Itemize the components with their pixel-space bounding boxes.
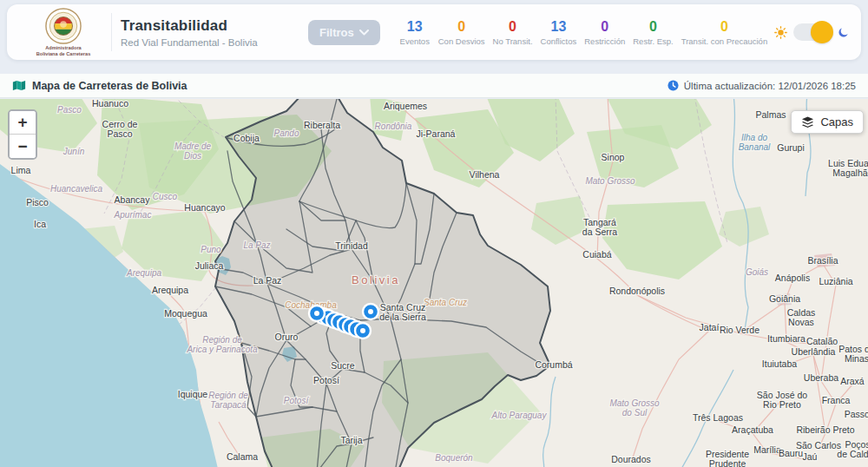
map-canvas[interactable]: PascoJunínHuancavelicaCuscoApurímacArequ… — [0, 99, 868, 467]
stat-label: Con Desvios — [438, 36, 485, 46]
zoom-out-button[interactable]: − — [10, 135, 36, 158]
map-label: Ilha doBananal — [739, 133, 771, 152]
map-label: Passos — [845, 409, 868, 419]
layers-icon — [801, 116, 814, 128]
map-label: Ica — [34, 219, 46, 229]
map-label: Huancavelica — [50, 184, 102, 194]
map-label: Puno — [201, 245, 221, 254]
map-label: Anápolis — [775, 273, 810, 283]
map-label: Três Lagoas — [693, 412, 743, 423]
map-label: Ituiutaba — [762, 358, 797, 369]
map-label: Brasília — [807, 255, 838, 266]
filters-button[interactable]: Filtros — [308, 20, 380, 45]
map-label: Calama — [227, 451, 258, 462]
map-label: Sucre — [331, 360, 355, 371]
clock-icon — [667, 80, 679, 91]
map-label: Araçatuba — [732, 424, 773, 435]
map-label: Potosí — [284, 396, 310, 405]
stat-label: Transit. con Precaución — [681, 36, 767, 46]
map-label: Ji-Paraná — [417, 128, 456, 139]
map-label: Luis EduardoMagalhães — [828, 158, 868, 178]
map-label: Bolivia — [352, 273, 400, 286]
abc-logo — [45, 8, 82, 44]
map-label: Uberlândia — [792, 346, 836, 357]
stat-item: 0Restr. Esp. — [633, 19, 673, 46]
map-label: Arequipa — [152, 285, 188, 295]
stat-item: 13Eventos — [399, 19, 431, 46]
map-label: Rondonópolis — [609, 286, 665, 296]
map-label: Cuiabá — [582, 249, 611, 260]
map-svg[interactable]: PascoJunínHuancavelicaCuscoApurímacArequ… — [0, 99, 868, 467]
map-label: Lima — [11, 165, 31, 175]
moon-icon — [838, 27, 849, 38]
stat-label: Conflictos — [541, 36, 577, 46]
layers-label: Capas — [820, 115, 853, 128]
map-label: La Paz — [243, 240, 270, 250]
map-label: Palmas — [755, 109, 786, 120]
stat-value: 13 — [541, 19, 577, 35]
last-update-text: Última actualización: 12/01/2026 18:25 — [684, 81, 856, 91]
stat-value: 0 — [584, 19, 625, 35]
page-title: Transitabilidad — [121, 17, 284, 35]
map-label: Trinidad — [335, 240, 368, 251]
theme-toggle[interactable] — [793, 23, 832, 41]
map-label: Corumbá — [535, 359, 572, 370]
stat-item: 13Conflictos — [541, 19, 577, 46]
map-label: Cerro dePasco — [102, 119, 138, 139]
map-label: Goiânia — [769, 293, 800, 304]
map-label: São José doRio Preto — [757, 390, 808, 410]
stat-label: No Transit. — [493, 36, 533, 46]
map-label: Pasco — [57, 105, 82, 115]
map-label: Santa Cruzde la Sierra — [379, 302, 426, 322]
map-label: Cobija — [233, 133, 260, 143]
map-label: Riberalta — [304, 120, 340, 130]
map-label: Jaú — [803, 451, 818, 462]
stat-label: Restricción — [584, 36, 625, 46]
map-label: Región deTarapacá — [208, 391, 248, 410]
stat-item: 0Transit. con Precaución — [681, 19, 767, 46]
map-label: Pando — [274, 128, 299, 138]
map-label: Catalão — [806, 336, 838, 346]
map-label: Oruro — [275, 332, 299, 342]
map-label: Bauru — [779, 448, 803, 458]
map-label: Moquegua — [164, 308, 207, 319]
event-marker[interactable] — [309, 306, 325, 321]
divider — [111, 13, 112, 51]
map-label: Cusco — [153, 192, 178, 201]
event-marker[interactable] — [355, 323, 371, 339]
filters-label: Filtros — [319, 26, 354, 39]
stat-value: 0 — [438, 19, 485, 35]
page-subtitle: Red Vial Fundamental - Bolivia — [121, 37, 284, 48]
chevron-down-icon — [359, 30, 369, 36]
map-label: Boquerón — [435, 453, 473, 463]
map-label: CaldasNovas — [787, 307, 816, 327]
event-marker[interactable] — [363, 304, 378, 319]
map-label: Santa Cruz — [424, 298, 467, 307]
theme-toggle-knob[interactable] — [811, 21, 833, 43]
map-label: Ariquemes — [384, 101, 427, 111]
zoom-in-button[interactable]: + — [10, 111, 36, 135]
stat-value: 13 — [399, 19, 431, 35]
map-label: Gurupi — [777, 142, 805, 153]
map-label: Rio Verde — [720, 325, 760, 335]
stat-label: Restr. Esp. — [633, 36, 673, 46]
layers-button[interactable]: Capas — [791, 110, 864, 134]
map-label: Huancayo — [184, 202, 225, 213]
abc-logo-block: Administradora Boliviana de Carreteras — [17, 8, 109, 56]
last-update: Última actualización: 12/01/2026 18:25 — [667, 80, 856, 91]
theme-cluster — [774, 23, 851, 41]
map-label: Alto Paraguay — [491, 411, 548, 420]
map-label: Vilhena — [470, 169, 500, 180]
map-label: Arequipa — [126, 268, 161, 278]
zoom-control: + − — [8, 109, 37, 160]
map-label: Pisco — [26, 197, 49, 207]
map-label: Dourados — [611, 454, 651, 464]
stats-row: 13Eventos0Con Desvios0No Transit.13Confl… — [399, 19, 767, 46]
map-title: Mapa de Carreteras de Bolivia — [32, 80, 187, 92]
stat-value: 0 — [633, 19, 673, 35]
subheader-bar: Mapa de Carreteras de Bolivia Última act… — [0, 74, 868, 98]
map-label: Iquique — [178, 389, 208, 399]
map-label: Abancay — [115, 194, 151, 205]
map-label: Apurímac — [114, 210, 152, 220]
map-label: Goiás — [746, 267, 768, 277]
